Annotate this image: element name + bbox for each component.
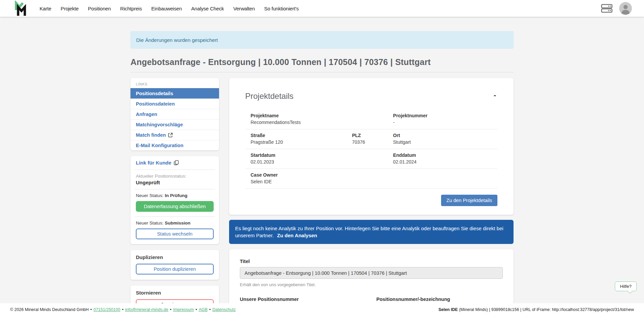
- switch-status-button[interactable]: Status wechseln: [136, 229, 214, 239]
- field-label: Straße: [251, 133, 352, 138]
- collapse-card-button[interactable]: -: [492, 91, 497, 99]
- project-details-title: Projektdetails: [245, 91, 293, 101]
- our-position-number-label: Unsere Positionsnummer: [240, 297, 366, 302]
- external-link-icon: [168, 133, 173, 137]
- sidebar-item-label: Matchingvorschläge: [136, 122, 183, 127]
- cancel-card-title: Stornieren: [136, 290, 214, 296]
- nav-item-so-funktionierts[interactable]: So funktioniert's: [264, 6, 299, 11]
- table-row: Case OwnerSelen IDE: [245, 169, 497, 188]
- logo-icon: [13, 1, 28, 16]
- field-label: Projektname: [251, 113, 393, 118]
- titel-label: Titel: [240, 259, 503, 264]
- sidebar-item-label: E-Mail Konfiguration: [136, 143, 183, 148]
- field-label: Ort: [393, 133, 492, 138]
- field-value: 02.01.2023: [251, 159, 393, 165]
- sidebar-item-label: Positionsdateien: [136, 101, 175, 107]
- footer-agb-link[interactable]: AGB: [199, 307, 207, 312]
- page-title: Angebotsanfrage - Entsorgung | 10.000 To…: [130, 57, 514, 72]
- footer-user-info: Selen IDE (Mineral Minds) | 93899018c156…: [438, 307, 634, 312]
- sidebar-item-anfragen[interactable]: Anfragen: [130, 109, 219, 119]
- footer-user-name: Selen IDE: [438, 307, 458, 312]
- footer-datenschutz-link[interactable]: Datenschutz: [212, 307, 235, 312]
- nav-item-analyse-check[interactable]: Analyse Check: [191, 6, 224, 11]
- current-status-label: Aktueller Positionsstatus:: [136, 174, 214, 179]
- save-success-alert: Die Änderungen wurden gespeichert: [130, 31, 514, 49]
- banner-text: Es liegt noch keine Analytik zu Ihrer Po…: [235, 226, 503, 238]
- user-avatar-icon[interactable]: [619, 2, 632, 15]
- new-status-line-2: Neuer Status: Submission: [136, 220, 214, 226]
- nav-item-positionen[interactable]: Positionen: [88, 6, 111, 11]
- go-to-analyses-link[interactable]: Zu den Analysen: [277, 233, 317, 238]
- mineral-minds-logo[interactable]: [13, 0, 28, 17]
- help-button-label: Hilfe?: [620, 284, 632, 289]
- field-label: Startdatum: [251, 152, 393, 158]
- top-navigation-bar: Karte Projekte Positionen Richtpreis Ein…: [0, 0, 644, 17]
- customer-link[interactable]: Link für Kunde: [136, 160, 179, 166]
- sidebar-item-label: Positionsdetails: [136, 91, 173, 96]
- sidebar-item-email-konfiguration[interactable]: E-Mail Konfiguration: [130, 140, 219, 150]
- sidebar-item-label: Anfragen: [136, 112, 157, 117]
- nav-item-einbauweisen[interactable]: Einbauweisen: [151, 6, 182, 11]
- footer-left: © 2026 Mineral Minds Deutschland GmbH•07…: [10, 307, 236, 312]
- sidebar-item-positionsdateien[interactable]: Positionsdateien: [130, 99, 219, 109]
- main-nav: Karte Projekte Positionen Richtpreis Ein…: [40, 6, 299, 11]
- topbar-right-icons: [601, 2, 632, 15]
- field-value: 70376: [352, 139, 393, 145]
- sidebar-item-matchingvorschlaege[interactable]: Matchingvorschläge: [130, 119, 219, 130]
- footer-copyright: © 2026 Mineral Minds Deutschland GmbH: [10, 307, 89, 312]
- field-label: PLZ: [352, 133, 393, 138]
- sidebar: LINKS Positionsdetails Positionsdateien …: [130, 78, 219, 315]
- duplicate-position-button[interactable]: Position duplizieren: [136, 264, 214, 274]
- table-row: StraßePragstraße 120 PLZ70376 OrtStuttga…: [245, 129, 497, 149]
- table-row: Startdatum02.01.2023 Enddatum02.01.2024: [245, 149, 497, 169]
- titel-field-group: Titel Erhält den von uns vorgegebenen Ti…: [240, 259, 503, 287]
- titel-helper-text: Erhält den von uns vorgegebenen Titel.: [240, 282, 503, 287]
- field-value: -: [393, 120, 492, 125]
- footer-user-details: (Mineral Minds) | 93899018c156 | URL of …: [458, 307, 634, 312]
- field-label: Enddatum: [393, 152, 492, 158]
- footer-impressum-link[interactable]: Impressum: [173, 307, 194, 312]
- titel-input[interactable]: [240, 267, 503, 279]
- copy-icon: [174, 160, 179, 165]
- links-card: LINKS Positionsdetails Positionsdateien …: [130, 78, 219, 150]
- current-status-value: Ungeprüft: [136, 180, 214, 185]
- footer-phone-link[interactable]: 07151/250100: [94, 307, 120, 312]
- nav-item-projekte[interactable]: Projekte: [61, 6, 78, 11]
- field-value: 02.01.2024: [393, 159, 492, 165]
- field-value: Pragstraße 120: [251, 139, 352, 145]
- field-label: Case Owner: [251, 172, 492, 178]
- duplicate-card-title: Duplizieren: [136, 254, 214, 260]
- go-to-project-details-button[interactable]: Zu den Projektdetails: [441, 195, 497, 206]
- analytics-info-banner: Es liegt noch keine Analytik zu Ihrer Po…: [229, 220, 514, 244]
- duplicate-card: Duplizieren Position duplizieren: [130, 250, 219, 280]
- links-card-header: LINKS: [130, 78, 219, 88]
- page-footer: © 2026 Mineral Minds Deutschland GmbH•07…: [0, 303, 644, 316]
- nav-item-verwalten[interactable]: Verwalten: [233, 6, 255, 11]
- page-container: Die Änderungen wurden gespeichert Angebo…: [130, 31, 514, 316]
- finish-data-entry-button[interactable]: Datenerfassung abschließen: [136, 201, 214, 212]
- main-content: Projektdetails - ProjektnameRecommendati…: [229, 78, 514, 316]
- sidebar-item-label: Match finden: [136, 132, 166, 138]
- status-card: Link für Kunde Aktueller Positionsstatus…: [130, 156, 219, 244]
- field-value: RecommendationsTests: [251, 120, 393, 125]
- field-value: Selen IDE: [251, 179, 492, 184]
- sidebar-item-positionsdetails[interactable]: Positionsdetails: [130, 88, 219, 99]
- nav-item-richtpreis[interactable]: Richtpreis: [120, 6, 142, 11]
- new-status-line-1: Neuer Status: In Prüfung: [136, 193, 214, 198]
- field-value: Stuttgart: [393, 139, 492, 145]
- nav-item-karte[interactable]: Karte: [40, 6, 51, 11]
- field-label: Projektnummer: [393, 113, 492, 118]
- table-row: ProjektnameRecommendationsTests Projektn…: [245, 110, 497, 129]
- sidebar-item-match-finden[interactable]: Match finden: [130, 130, 219, 140]
- custom-position-number-label: Positionsnummer/-bezeichnung: [376, 297, 503, 302]
- project-details-table: ProjektnameRecommendationsTests Projektn…: [245, 110, 497, 189]
- project-details-card: Projektdetails - ProjektnameRecommendati…: [229, 78, 514, 215]
- alert-message: Die Änderungen wurden gespeichert: [136, 37, 218, 43]
- server-rack-icon[interactable]: [601, 4, 612, 13]
- customer-link-label: Link für Kunde: [136, 160, 171, 166]
- footer-email-link[interactable]: info@mineral-minds.de: [125, 307, 168, 312]
- help-button[interactable]: Hilfe?: [615, 281, 637, 291]
